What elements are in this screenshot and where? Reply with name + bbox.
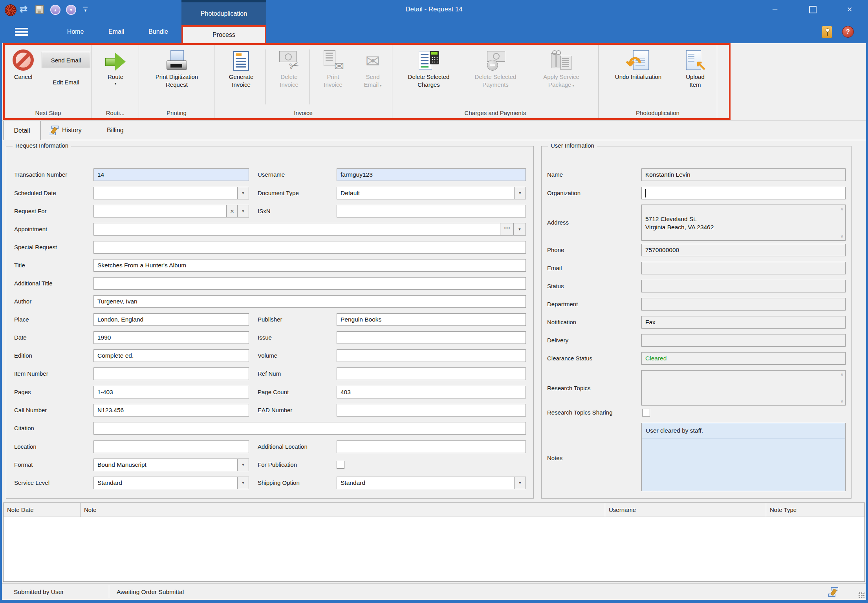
location-field[interactable]: [93, 440, 249, 453]
call-number-field[interactable]: N123.456: [93, 404, 249, 417]
document-type-combo[interactable]: Default ▼: [337, 187, 526, 199]
send-invoice-email-button[interactable]: ✉ Send Email▾: [355, 48, 390, 88]
dropdown-button[interactable]: ▼: [514, 477, 526, 489]
dropdown-button[interactable]: ▼: [237, 477, 249, 489]
author-field[interactable]: Turgenev, Ivan: [93, 295, 526, 308]
column-header-note-date[interactable]: Note Date: [4, 503, 81, 517]
dropdown-button[interactable]: ▼: [513, 223, 526, 235]
tab-email[interactable]: Email: [101, 20, 132, 44]
pin-icon[interactable]: [822, 26, 832, 38]
phone-field[interactable]: 7570000000: [641, 244, 846, 256]
scheduled-date-combo[interactable]: ▼: [93, 187, 249, 199]
shipping-option-combo[interactable]: Standard ▼: [337, 477, 526, 489]
print-digitization-request-button[interactable]: Print Digitization Request: [141, 48, 212, 88]
clear-button[interactable]: ✕: [226, 205, 238, 217]
department-field[interactable]: [641, 298, 846, 311]
publisher-field[interactable]: Penguin Books: [337, 313, 526, 326]
column-header-username[interactable]: Username: [605, 503, 766, 517]
notification-field[interactable]: Fax: [641, 316, 846, 329]
ead-number-field[interactable]: [337, 404, 526, 417]
field-label: Department: [547, 298, 578, 311]
item-number-field[interactable]: [93, 367, 249, 380]
date-field[interactable]: 1990: [93, 331, 249, 344]
close-button[interactable]: ✕: [841, 2, 859, 16]
additional-location-field[interactable]: [337, 440, 526, 453]
route-button[interactable]: Route ▾: [96, 48, 135, 86]
delete-selected-charges-button[interactable]: Delete Selected Charges: [396, 48, 461, 88]
ref-num-field[interactable]: [337, 367, 526, 380]
name-field[interactable]: Konstantin Levin: [641, 168, 846, 181]
delete-invoice-button[interactable]: ✂ Delete Invoice: [269, 48, 309, 88]
tab-bundle[interactable]: Bundle: [139, 20, 177, 44]
column-header-note[interactable]: Note: [81, 503, 605, 517]
generate-invoice-button[interactable]: Generate Invoice: [220, 48, 262, 88]
volume-field[interactable]: [337, 349, 526, 362]
title-bar: ⇄ ▲ ▼ ▾ Detail - Request 14 ─ ✕: [0, 0, 868, 20]
clearance-status-field[interactable]: Cleared: [641, 352, 846, 365]
additional-title-field[interactable]: [93, 277, 526, 290]
notes-list[interactable]: User cleared by staff.: [641, 423, 846, 491]
edit-email-button[interactable]: Edit Email: [42, 76, 90, 88]
research-topics-field[interactable]: ∧ ∨: [641, 370, 846, 406]
issue-field[interactable]: [337, 331, 526, 344]
email-field[interactable]: [641, 262, 846, 274]
edition-field[interactable]: Complete ed.: [93, 349, 249, 362]
undo-initialization-button[interactable]: ↶ Undo Initialization: [602, 48, 675, 81]
field-label: Publisher: [258, 313, 282, 326]
transaction-number-field[interactable]: 14: [93, 168, 249, 181]
field-label: Issue: [258, 331, 272, 344]
request-for-combo[interactable]: ✕ ▼: [93, 205, 249, 217]
tab-home[interactable]: Home: [60, 20, 91, 44]
delete-selected-payments-button[interactable]: Delete Selected Payments: [463, 48, 528, 88]
username-field[interactable]: farmguy123: [337, 168, 526, 181]
help-icon[interactable]: ?: [842, 26, 854, 38]
column-header-note-type[interactable]: Note Type: [766, 503, 864, 517]
browse-button[interactable]: …: [500, 223, 514, 235]
citation-field[interactable]: [93, 422, 526, 435]
pages-field[interactable]: 1-403: [93, 386, 249, 398]
dropdown-button[interactable]: ▼: [237, 459, 249, 471]
address-field[interactable]: 5712 Cleveland St. Virginia Beach, VA 23…: [641, 205, 846, 241]
dropdown-button[interactable]: ▼: [514, 187, 526, 199]
field-label: Notes: [547, 452, 562, 464]
isxn-field[interactable]: [337, 205, 526, 217]
delivery-field[interactable]: [641, 334, 846, 347]
apply-service-package-button[interactable]: Apply Service Package▾: [530, 48, 593, 88]
note-entry[interactable]: User cleared by staff.: [642, 423, 845, 439]
groupbox-legend: User Information: [548, 142, 597, 149]
format-combo[interactable]: Bound Manuscript ▼: [93, 459, 249, 471]
menu-icon[interactable]: [15, 28, 28, 36]
field-label: Document Type: [258, 187, 299, 199]
cancel-button[interactable]: Cancel: [6, 48, 40, 81]
contextual-tab-photoduplication[interactable]: Photoduplication: [181, 0, 266, 25]
minimize-button[interactable]: ─: [766, 2, 784, 16]
scroll-down-icon[interactable]: ∨: [840, 234, 844, 239]
tab-detail[interactable]: Detail: [3, 121, 41, 140]
upload-item-button[interactable]: ↖ Upload Item: [676, 48, 714, 88]
place-field[interactable]: London, England: [93, 313, 249, 326]
send-email-button[interactable]: Send Email: [42, 52, 90, 68]
scroll-down-icon[interactable]: ∨: [840, 399, 844, 404]
tab-process[interactable]: Process: [181, 25, 266, 45]
page-count-field[interactable]: 403: [337, 386, 526, 398]
dropdown-button[interactable]: ▼: [237, 187, 249, 199]
tab-billing[interactable]: Billing: [107, 121, 138, 140]
appointment-combo[interactable]: … ▼: [93, 223, 526, 236]
title-field[interactable]: Sketches From a Hunter's Album: [93, 259, 526, 272]
status-field[interactable]: [641, 280, 846, 292]
maximize-button[interactable]: [804, 2, 822, 16]
scroll-up-icon[interactable]: ∧: [840, 372, 844, 377]
field-label: Research Topics Sharing: [547, 407, 612, 418]
field-label: Service Level: [14, 477, 49, 489]
tab-history[interactable]: History: [49, 121, 108, 140]
for-publication-checkbox[interactable]: [337, 461, 344, 469]
resize-grip[interactable]: [858, 592, 864, 598]
research-topics-sharing-checkbox[interactable]: [642, 409, 650, 417]
service-level-combo[interactable]: Standard ▼: [93, 477, 249, 489]
scroll-up-icon[interactable]: ∧: [840, 206, 844, 211]
organization-field[interactable]: [641, 187, 846, 199]
field-label: Date: [14, 331, 27, 344]
special-request-field[interactable]: [93, 241, 526, 254]
print-invoice-button[interactable]: ✉ Print Invoice: [313, 48, 353, 88]
dropdown-button[interactable]: ▼: [237, 205, 249, 217]
